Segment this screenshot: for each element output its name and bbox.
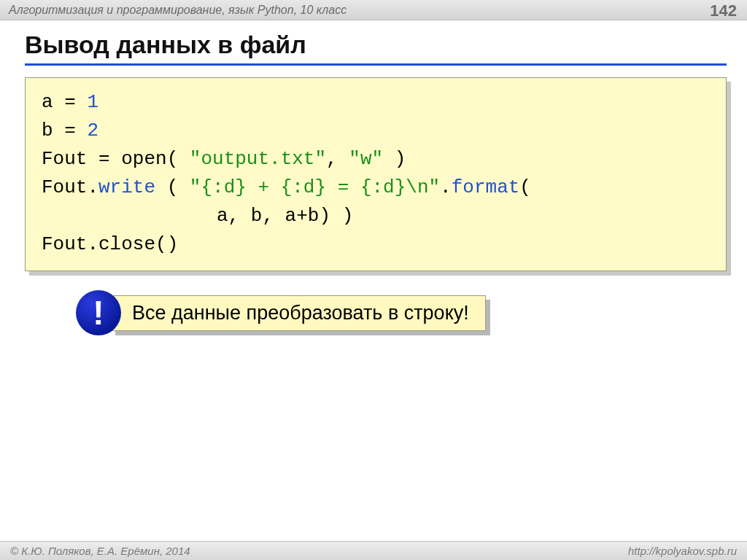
code-line-5: a, b, a+b) ) — [42, 202, 710, 230]
header-bar: Алгоритмизация и программирование, язык … — [0, 0, 747, 20]
page-title: Вывод данных в файл — [25, 31, 727, 66]
footer-bar: © К.Ю. Поляков, Е.А. Ерёмин, 2014 http:/… — [0, 541, 747, 560]
code-content: a = 1 b = 2 Fout = open( "output.txt", "… — [25, 77, 727, 271]
code-block: a = 1 b = 2 Fout = open( "output.txt", "… — [25, 77, 727, 271]
page-number: 142 — [710, 1, 737, 20]
code-line-6: Fout.close() — [42, 230, 710, 259]
code-line-4: Fout.write ( "{:d} + {:d} = {:d}\n".form… — [42, 174, 710, 202]
exclamation-badge-icon: ! — [76, 290, 121, 335]
code-line-3: Fout = open( "output.txt", "w" ) — [42, 145, 710, 174]
footer-url: http://kpolyakov.spb.ru — [628, 545, 737, 557]
note-row: ! Все данные преобразовать в строку! — [76, 290, 727, 335]
slide-content: Вывод данных в файл a = 1 b = 2 Fout = o… — [0, 20, 747, 335]
footer-copyright: © К.Ю. Поляков, Е.А. Ерёмин, 2014 — [10, 545, 190, 557]
note-bar: Все данные преобразовать в строку! — [111, 295, 486, 331]
breadcrumb: Алгоритмизация и программирование, язык … — [9, 4, 347, 17]
note-text: Все данные преобразовать в строку! — [111, 295, 486, 331]
code-line-1: a = 1 — [42, 88, 710, 117]
code-line-2: b = 2 — [42, 117, 710, 145]
